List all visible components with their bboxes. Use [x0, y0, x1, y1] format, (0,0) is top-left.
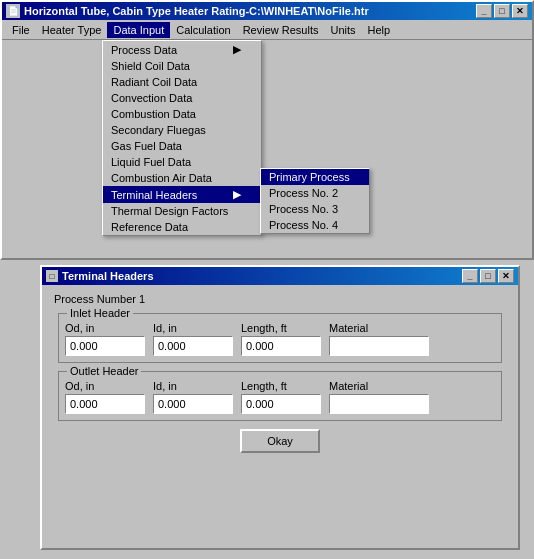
main-title-bar: 📄 Horizontal Tube, Cabin Type Heater Rat…	[2, 2, 532, 20]
menu-file[interactable]: File	[6, 22, 36, 38]
dropdown-thermal-design[interactable]: Thermal Design Factors	[103, 203, 261, 219]
menu-bar: File Heater Type Data Input Calculation …	[2, 20, 532, 40]
outlet-od-input[interactable]	[65, 394, 145, 414]
dropdown-liquid-fuel[interactable]: Liquid Fuel Data	[103, 154, 261, 170]
dropdown-reference-data[interactable]: Reference Data	[103, 219, 261, 235]
dialog-minimize-button[interactable]: _	[462, 269, 478, 283]
inlet-material-input[interactable]	[329, 336, 429, 356]
dialog-maximize-button[interactable]: □	[480, 269, 496, 283]
menu-heater-type[interactable]: Heater Type	[36, 22, 108, 38]
inlet-header-label: Inlet Header	[67, 307, 133, 319]
inlet-length-input[interactable]	[241, 336, 321, 356]
close-button[interactable]: ✕	[512, 4, 528, 18]
menu-data-input[interactable]: Data Input	[107, 22, 170, 38]
maximize-button[interactable]: □	[494, 4, 510, 18]
outlet-header-group: Outlet Header Od, in Id, in Length, ft M…	[58, 371, 502, 421]
dropdown-radiant-coil[interactable]: Radiant Coil Data	[103, 74, 261, 90]
outlet-od-label: Od, in	[65, 380, 145, 392]
dropdown-process-data[interactable]: Process Data ▶	[103, 41, 261, 58]
outlet-material-label: Material	[329, 380, 429, 392]
dropdown-secondary-fluegas[interactable]: Secondary Fluegas	[103, 122, 261, 138]
dialog-close-button[interactable]: ✕	[498, 269, 514, 283]
menu-review-results[interactable]: Review Results	[237, 22, 325, 38]
inlet-id-label: Id, in	[153, 322, 233, 334]
dialog-title: Terminal Headers	[62, 270, 154, 282]
menu-calculation[interactable]: Calculation	[170, 22, 236, 38]
main-window-title: Horizontal Tube, Cabin Type Heater Ratin…	[24, 5, 369, 17]
inlet-header-group: Inlet Header Od, in Id, in Length, ft Ma…	[58, 313, 502, 363]
menu-units[interactable]: Units	[324, 22, 361, 38]
dropdown-terminal-headers[interactable]: Terminal Headers ▶	[103, 186, 261, 203]
dialog-content: Process Number 1 Inlet Header Od, in Id,…	[42, 285, 518, 461]
data-input-dropdown: Process Data ▶ Shield Coil Data Radiant …	[102, 40, 262, 236]
inlet-od-label: Od, in	[65, 322, 145, 334]
inlet-material-group: Material	[329, 322, 429, 356]
main-window-icon: 📄	[6, 4, 20, 18]
dropdown-shield-coil[interactable]: Shield Coil Data	[103, 58, 261, 74]
inlet-id-input[interactable]	[153, 336, 233, 356]
outlet-material-input[interactable]	[329, 394, 429, 414]
outlet-id-group: Id, in	[153, 380, 233, 414]
dropdown-combustion-data[interactable]: Combustion Data	[103, 106, 261, 122]
dropdown-gas-fuel[interactable]: Gas Fuel Data	[103, 138, 261, 154]
process-number-label: Process Number 1	[54, 293, 506, 305]
submenu-primary-process[interactable]: Primary Process	[261, 169, 369, 185]
terminal-headers-submenu: Primary Process Process No. 2 Process No…	[260, 168, 370, 234]
outlet-header-label: Outlet Header	[67, 365, 141, 377]
inlet-od-group: Od, in	[65, 322, 145, 356]
outlet-material-group: Material	[329, 380, 429, 414]
outlet-od-group: Od, in	[65, 380, 145, 414]
arrow-icon-2: ▶	[233, 188, 241, 201]
okay-button[interactable]: Okay	[240, 429, 320, 453]
inlet-id-group: Id, in	[153, 322, 233, 356]
menu-help[interactable]: Help	[362, 22, 397, 38]
outlet-id-label: Id, in	[153, 380, 233, 392]
inlet-length-group: Length, ft	[241, 322, 321, 356]
inlet-od-input[interactable]	[65, 336, 145, 356]
main-title-buttons: _ □ ✕	[476, 4, 528, 18]
inlet-material-label: Material	[329, 322, 429, 334]
outlet-length-input[interactable]	[241, 394, 321, 414]
main-window: 📄 Horizontal Tube, Cabin Type Heater Rat…	[0, 0, 534, 260]
dropdown-convection-data[interactable]: Convection Data	[103, 90, 261, 106]
outlet-fields-row: Od, in Id, in Length, ft Material	[65, 380, 495, 414]
terminal-headers-dialog: □ Terminal Headers _ □ ✕ Process Number …	[40, 265, 520, 550]
submenu-process-3[interactable]: Process No. 3	[261, 201, 369, 217]
inlet-length-label: Length, ft	[241, 322, 321, 334]
submenu-process-2[interactable]: Process No. 2	[261, 185, 369, 201]
inlet-fields-row: Od, in Id, in Length, ft Material	[65, 322, 495, 356]
dialog-title-buttons: _ □ ✕	[462, 269, 514, 283]
dialog-title-bar: □ Terminal Headers _ □ ✕	[42, 267, 518, 285]
arrow-icon: ▶	[233, 43, 241, 56]
dialog-icon: □	[46, 270, 58, 282]
minimize-button[interactable]: _	[476, 4, 492, 18]
outlet-id-input[interactable]	[153, 394, 233, 414]
dropdown-combustion-air[interactable]: Combustion Air Data	[103, 170, 261, 186]
outlet-length-label: Length, ft	[241, 380, 321, 392]
submenu-process-4[interactable]: Process No. 4	[261, 217, 369, 233]
outlet-length-group: Length, ft	[241, 380, 321, 414]
